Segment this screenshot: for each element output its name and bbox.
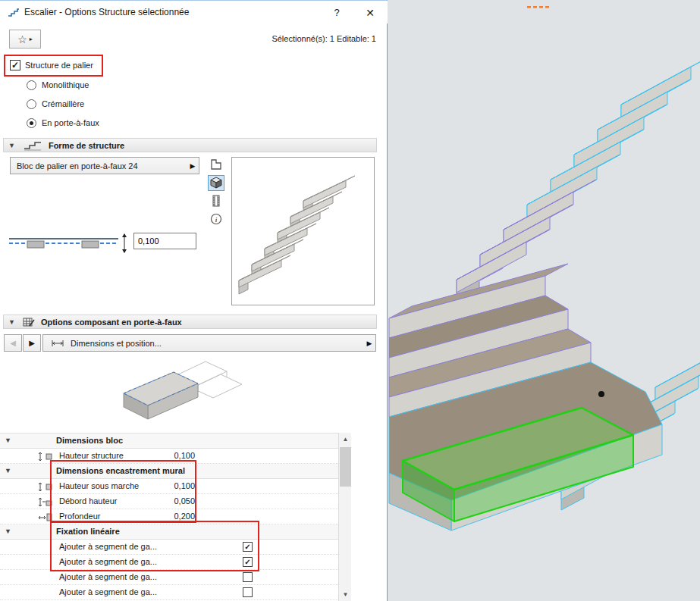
radio-porte-a-faux[interactable]: [27, 118, 36, 128]
section-composant-title: Options composant en porte-à-faux: [41, 318, 182, 327]
row-checkbox[interactable]: ✓: [243, 557, 253, 567]
forme-structure-icon: [23, 140, 42, 151]
selection-status: Sélectionné(s): 1 Editable: 1: [272, 34, 376, 43]
stair-3d-view: [388, 0, 700, 601]
scrollbar-up-icon[interactable]: ▲: [339, 433, 352, 446]
param-row[interactable]: Profondeur0,200: [0, 509, 338, 524]
radio-porte-a-faux-label: En porte-à-faux: [42, 118, 99, 127]
param-row[interactable]: Débord hauteur0,050: [0, 494, 338, 509]
structure-type-dropdown[interactable]: Bloc de palier en porte-à-faux 24 ▶: [10, 157, 199, 174]
radio-cremaillere-label: Crémaillère: [42, 99, 84, 108]
info-button[interactable]: i: [208, 211, 224, 227]
param-label: Débord hauteur: [59, 496, 117, 506]
param-group-title: Dimensions encastrement mural: [56, 466, 185, 475]
offset-value-input[interactable]: [133, 233, 196, 249]
structure-preview-image: [232, 158, 374, 305]
favorites-star-icon: ☆: [17, 33, 27, 45]
favorites-arrow-icon: ▸: [30, 36, 33, 42]
next-page-button[interactable]: ▶: [23, 334, 41, 352]
dimension-height-icon: [38, 452, 53, 463]
param-value[interactable]: 0,100: [142, 451, 195, 460]
dimension-depth-icon: [38, 512, 53, 524]
param-row[interactable]: Ajouter à segment de ga...✓: [0, 540, 338, 555]
elevation-view-button[interactable]: [208, 193, 224, 209]
param-row[interactable]: Ajouter à segment de ga...✓: [0, 555, 338, 570]
view-3d-button[interactable]: [208, 175, 224, 191]
previous-page-button[interactable]: ◀: [4, 334, 22, 352]
structure-preview-panel: [231, 157, 375, 305]
row-checkbox[interactable]: [243, 587, 253, 597]
param-label: Ajouter à segment de ga...: [59, 542, 157, 551]
table-scrollbar[interactable]: ▲ ▼: [338, 433, 351, 601]
structure-palier-checkbox[interactable]: ✓: [10, 60, 20, 70]
param-table: ▼Dimensions blocHauteur structure0,100▼D…: [0, 433, 338, 601]
param-group-header[interactable]: ▼Dimensions encastrement mural: [0, 464, 338, 479]
svg-text:i: i: [215, 215, 218, 223]
page-selector-dropdown[interactable]: Dimensions et position... ▶: [42, 334, 376, 352]
param-label: Profondeur: [59, 512, 100, 521]
param-row[interactable]: Hauteur structure0,100: [0, 449, 338, 464]
section-forme-title: Forme de structure: [49, 141, 124, 150]
param-label: Ajouter à segment de ga...: [59, 572, 157, 581]
floor-plan-view-button[interactable]: [208, 157, 224, 173]
scrollbar-down-icon[interactable]: ▼: [339, 588, 352, 601]
offset-diagram: [6, 231, 130, 257]
scrollbar-thumb[interactable]: [340, 447, 351, 487]
floor-plan-icon: [210, 158, 222, 172]
next-arrow-icon: ▶: [29, 339, 35, 347]
dimension-step-icon: [38, 497, 53, 509]
param-row[interactable]: Ajouter à segment de ga...: [0, 570, 338, 585]
collapse-triangle-icon[interactable]: ▼: [5, 467, 11, 474]
escalier-options-window: Escalier - Options Structure sélectionné…: [0, 0, 700, 601]
param-label: Ajouter à segment de ga...: [59, 557, 157, 566]
param-label: Hauteur sous marche: [59, 481, 139, 490]
dimension-height-icon: [38, 482, 53, 493]
row-checkbox[interactable]: ✓: [243, 542, 253, 552]
radio-monolithique[interactable]: [27, 80, 36, 90]
help-button[interactable]: ?: [328, 5, 346, 20]
collapse-triangle-icon[interactable]: ▼: [8, 318, 15, 326]
structure-type-value: Bloc de palier en porte-à-faux 24: [11, 161, 187, 171]
param-group-header[interactable]: ▼Fixation linéaire: [0, 524, 338, 540]
favorites-button[interactable]: ☆ ▸: [9, 30, 41, 49]
collapse-triangle-icon[interactable]: ▼: [8, 142, 15, 149]
stair-3d-viewport[interactable]: [388, 0, 700, 601]
radio-monolithique-label: Monolithique: [42, 80, 89, 89]
param-group-header[interactable]: ▼Dimensions bloc: [0, 434, 338, 449]
info-icon: i: [210, 213, 222, 227]
window-title: Escalier - Options Structure sélectionné…: [24, 7, 189, 17]
close-button[interactable]: ✕: [361, 5, 379, 20]
param-group-title: Dimensions bloc: [56, 436, 123, 445]
page-selector-value: Dimensions et position...: [64, 339, 363, 348]
title-bar: Escalier - Options Structure sélectionné…: [0, 1, 388, 23]
radio-cremaillere[interactable]: [27, 99, 36, 109]
section-composant[interactable]: ▼ Options composant en porte-à-faux: [3, 315, 377, 329]
cube-3d-icon: [210, 177, 222, 190]
composant-grid-icon: [23, 317, 35, 327]
collapse-triangle-icon[interactable]: ▼: [5, 437, 11, 444]
component-diagram: [110, 354, 246, 431]
stair-logo-icon: [8, 6, 20, 20]
prev-arrow-icon: ◀: [10, 339, 16, 347]
param-value[interactable]: 0,200: [142, 512, 195, 521]
collapse-triangle-icon[interactable]: ▼: [5, 527, 11, 535]
param-row[interactable]: Hauteur sous marche0,100: [0, 479, 338, 494]
param-value[interactable]: 0,050: [142, 496, 195, 506]
param-row[interactable]: Ajouter à segment de ga...: [0, 585, 338, 600]
row-checkbox[interactable]: [243, 572, 253, 582]
dimensions-icon: [51, 339, 64, 348]
dropdown-arrow-icon: ▶: [363, 340, 375, 347]
param-group-title: Fixation linéaire: [56, 527, 120, 536]
section-forme-structure[interactable]: ▼ Forme de structure: [3, 138, 377, 152]
dialog-panel: Escalier - Options Structure sélectionné…: [0, 0, 388, 601]
filmstrip-icon: [210, 195, 222, 208]
structure-palier-label: Structure de palier: [25, 61, 93, 70]
param-label: Hauteur structure: [59, 451, 124, 460]
param-label: Ajouter à segment de ga...: [59, 587, 157, 596]
dropdown-arrow-icon: ▶: [187, 162, 199, 170]
param-value[interactable]: 0,100: [142, 481, 195, 490]
